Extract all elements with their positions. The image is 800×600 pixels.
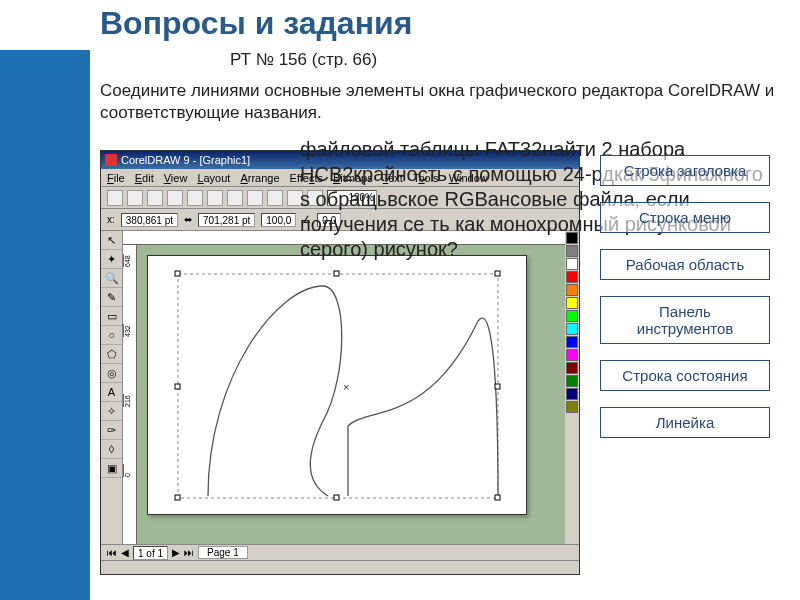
coord-w-label: ⬌ [184,214,192,225]
new-icon[interactable] [107,190,123,206]
paste-icon[interactable] [227,190,243,206]
swatch[interactable] [566,310,578,322]
swatch[interactable] [566,284,578,296]
svg-rect-9 [495,495,500,500]
label-statusbar[interactable]: Строка состояния [600,360,770,391]
nav-back-icon[interactable]: ◀ [121,547,129,558]
coord-x-label: x: [107,214,115,225]
freehand-tool-icon[interactable]: ✎ [101,288,122,307]
swatch[interactable] [566,401,578,413]
swatch[interactable] [566,323,578,335]
task-text: Соедините линиями основные элементы окна… [100,80,780,124]
swatch[interactable] [566,297,578,309]
swatch[interactable] [566,336,578,348]
page-subtitle: РТ № 156 (стр. 66) [230,50,377,70]
redo-icon[interactable] [267,190,283,206]
svg-rect-2 [175,271,180,276]
nav-fwd-icon[interactable]: ▶ [172,547,180,558]
interactive-tool-icon[interactable]: ✧ [101,402,122,421]
polygon-tool-icon[interactable]: ⬠ [101,345,122,364]
label-toolpanel[interactable]: Панель инструментов [600,296,770,344]
svg-rect-0 [178,274,498,498]
copy-icon[interactable] [207,190,223,206]
svg-rect-6 [495,384,500,389]
ruler-vertical: 648 432 216 0 [123,245,137,544]
open-icon[interactable] [127,190,143,206]
canvas-area[interactable]: × [137,245,565,544]
zoom-tool-icon[interactable]: 🔍 [101,269,122,288]
ruler-tick: 216 [123,394,131,407]
scale-x[interactable]: 100,0 [261,213,296,227]
swatch[interactable] [566,362,578,374]
coord-x[interactable]: 380,861 pt [121,213,178,227]
swatch[interactable] [566,271,578,283]
svg-rect-5 [175,384,180,389]
svg-text:×: × [343,381,349,393]
label-menubar[interactable]: Строка меню [600,202,770,233]
svg-rect-3 [334,271,339,276]
swatch[interactable] [566,388,578,400]
save-icon[interactable] [147,190,163,206]
page-rect[interactable]: × [147,255,527,515]
page-tab[interactable]: Page 1 [198,546,248,559]
swatch[interactable] [566,349,578,361]
coord-w[interactable]: 701,281 pt [198,213,255,227]
cut-icon[interactable] [187,190,203,206]
shape-tool-icon[interactable]: ✦ [101,250,122,269]
svg-rect-8 [334,495,339,500]
outline-tool-icon[interactable]: ◊ [101,440,122,459]
text-tool-icon[interactable]: A [101,383,122,402]
status-bar [101,560,579,574]
nav-last-icon[interactable]: ⏭ [184,547,194,558]
ruler-tick: 648 [123,254,131,267]
svg-rect-7 [175,495,180,500]
toolbox[interactable]: ↖ ✦ 🔍 ✎ ▭ ○ ⬠ ◎ A ✧ ✑ ◊ ▣ [101,231,123,544]
rectangle-tool-icon[interactable]: ▭ [101,307,122,326]
menu-edit[interactable]: Edit [135,172,154,184]
label-ruler[interactable]: Линейка [600,407,770,438]
work-area: ↖ ✦ 🔍 ✎ ▭ ○ ⬠ ◎ A ✧ ✑ ◊ ▣ 648 432 216 0 [101,231,565,544]
pick-tool-icon[interactable]: ↖ [101,231,122,250]
ruler-tick: 432 [123,324,131,337]
accent-bar [0,50,90,600]
eyedropper-tool-icon[interactable]: ✑ [101,421,122,440]
color-palette[interactable] [565,231,579,544]
window-title: CorelDRAW 9 - [Graphic1] [121,154,250,166]
page-title: Вопросы и задания [100,5,412,42]
page-counter: 1 of 1 [133,546,168,560]
undo-icon[interactable] [247,190,263,206]
menu-file[interactable]: File [107,172,125,184]
app-icon [105,154,117,166]
label-workarea[interactable]: Рабочая область [600,249,770,280]
menu-view[interactable]: View [164,172,188,184]
spiral-tool-icon[interactable]: ◎ [101,364,122,383]
svg-rect-4 [495,271,500,276]
menu-layout[interactable]: Layout [197,172,230,184]
ellipse-tool-icon[interactable]: ○ [101,326,122,345]
menu-arrange[interactable]: Arrange [240,172,279,184]
label-titlebar[interactable]: Строка заголовка [600,155,770,186]
label-list: Строка заголовка Строка меню Рабочая обл… [600,155,770,438]
ruler-tick: 0 [123,464,131,477]
print-icon[interactable] [167,190,183,206]
page-navigator[interactable]: ⏮ ◀ 1 of 1 ▶ ⏭ Page 1 [101,544,579,560]
fill-tool-icon[interactable]: ▣ [101,459,122,478]
nav-prev-icon[interactable]: ⏮ [107,547,117,558]
curve-artwork: × [148,256,528,516]
swatch[interactable] [566,375,578,387]
